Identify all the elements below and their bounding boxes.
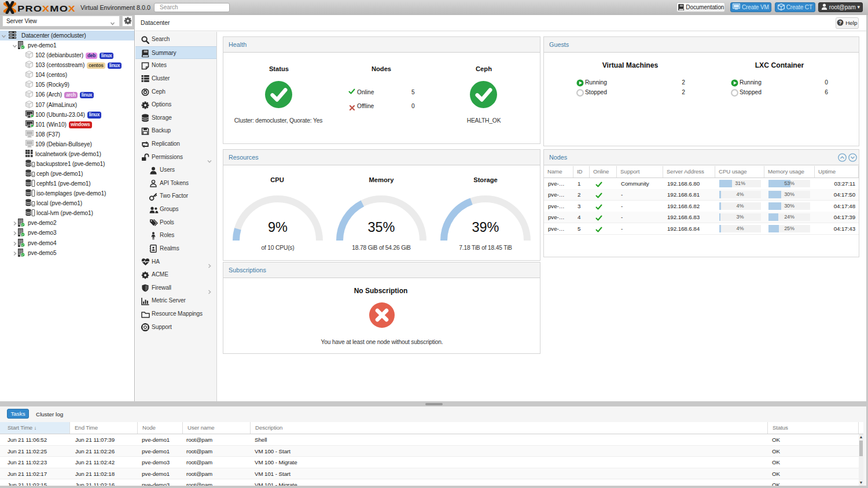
svg-text:?: ? [839,20,843,25]
